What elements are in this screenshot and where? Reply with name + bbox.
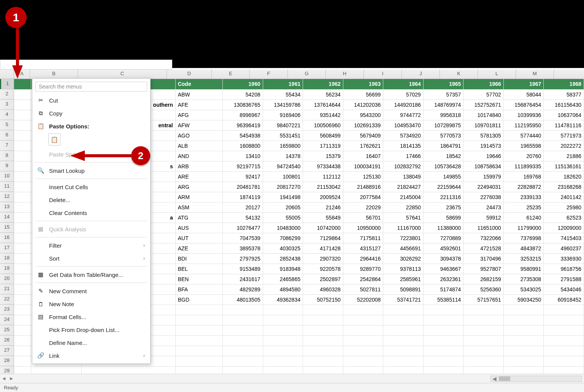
cell-value: 52202008 xyxy=(343,294,383,305)
cell-value: 144920186 xyxy=(383,100,424,110)
row-header[interactable]: 23 xyxy=(0,305,14,315)
row-header[interactable]: 12 xyxy=(0,192,14,202)
cell-value: 94724540 xyxy=(263,161,303,171)
menu-insert-cut-cells[interactable]: Insert Cut Cells xyxy=(32,180,150,193)
row-header[interactable]: 17 xyxy=(0,243,14,253)
menu-new-note[interactable]: 🗒 New Note xyxy=(32,297,150,310)
row-header[interactable]: 7 xyxy=(0,141,14,151)
quick-analysis-icon: ▦ xyxy=(37,226,44,232)
cell-code: AUT xyxy=(175,233,223,243)
row-header[interactable]: 24 xyxy=(0,315,14,325)
menu-link[interactable]: 🔗 Link › xyxy=(32,349,150,362)
cell-value: 9169406 xyxy=(263,110,303,120)
row-header[interactable]: 8 xyxy=(0,151,14,161)
row-header[interactable]: 6 xyxy=(0,130,14,141)
column-header-I[interactable]: I xyxy=(364,70,402,79)
column-header-L[interactable]: L xyxy=(478,70,516,79)
row-header[interactable]: 11 xyxy=(0,182,14,192)
row-header[interactable]: 28 xyxy=(0,356,14,366)
cell-value: 5771973 xyxy=(544,130,584,141)
column-header-B[interactable]: B xyxy=(30,70,78,79)
cell-value: 10399936 xyxy=(503,110,544,120)
menu-define-name[interactable]: Define Name... xyxy=(32,336,150,349)
row-header-1[interactable]: 1 xyxy=(0,79,14,89)
column-header-K[interactable]: K xyxy=(440,70,478,79)
menu-smart-lookup[interactable]: 🔍 Smart Lookup xyxy=(32,164,150,177)
cell-value: 112195950 xyxy=(503,120,544,130)
row-header[interactable]: 2 xyxy=(0,89,14,100)
row-header[interactable]: 14 xyxy=(0,212,14,223)
cell-value: 59912 xyxy=(463,212,504,223)
column-header-C[interactable]: C xyxy=(78,70,167,79)
row-header[interactable]: 9 xyxy=(0,161,14,171)
cell-value: 11651000 xyxy=(463,223,504,233)
row-header[interactable]: 15 xyxy=(0,223,14,233)
context-menu-search[interactable]: Search the menus xyxy=(35,82,147,92)
row-header[interactable]: 10 xyxy=(0,171,14,182)
cell-value: 14378 xyxy=(263,151,303,161)
cell-value: 2022272 xyxy=(544,141,584,151)
row-header[interactable]: 22 xyxy=(0,294,14,305)
cell-value: 22029 xyxy=(343,202,383,212)
cell-value: 10483000 xyxy=(263,223,303,233)
cell-value: 2339133 xyxy=(503,192,544,202)
cell-code: BEN xyxy=(175,274,223,284)
row-header[interactable]: 5 xyxy=(0,120,14,130)
menu-delete[interactable]: Delete... xyxy=(32,193,150,206)
cell-value: 59034250 xyxy=(503,294,544,305)
cell-value: 57157651 xyxy=(463,294,504,305)
menu-get-data-table-range[interactable]: ▦ Get Data from Table/Range... xyxy=(32,268,150,281)
svg-marker-1 xyxy=(12,65,23,79)
cell-value: 21886 xyxy=(544,151,584,161)
header-year: 1960 xyxy=(223,79,263,89)
cell-value: 22494031 xyxy=(463,182,504,192)
column-header-E[interactable]: E xyxy=(212,70,250,79)
row-header[interactable]: 25 xyxy=(0,325,14,335)
row-header[interactable]: 20 xyxy=(0,274,14,284)
cell-value: 48013505 xyxy=(223,294,263,305)
cell-value: 138049 xyxy=(383,171,424,182)
cell-value: 21824427 xyxy=(383,182,424,192)
cell-value: 3094378 xyxy=(423,253,463,264)
cell-value: 9527807 xyxy=(463,264,504,274)
menu-filter[interactable]: Filter › xyxy=(32,239,150,252)
cell-value: 9580991 xyxy=(503,264,544,274)
menu-copy[interactable]: ⧉ Copy xyxy=(32,107,150,120)
row-header[interactable]: 18 xyxy=(0,253,14,264)
cell-code: BFA xyxy=(175,284,223,294)
cell-value: 22159644 xyxy=(423,182,463,192)
horizontal-scrollbar[interactable]: ◀ xyxy=(490,376,582,382)
menu-new-comment[interactable]: ✎ New Comment xyxy=(32,285,150,297)
column-header-F[interactable]: F xyxy=(250,70,288,79)
row-header[interactable]: 16 xyxy=(0,233,14,243)
cell-value: 25980 xyxy=(544,202,584,212)
cell-value: 161156430 xyxy=(544,100,584,110)
column-header-G[interactable]: G xyxy=(288,70,326,79)
cell-value: 141202036 xyxy=(343,100,383,110)
cell-value: 2431617 xyxy=(223,274,263,284)
menu-pick-from-list[interactable]: Pick From Drop-down List... xyxy=(32,323,150,336)
column-header-M[interactable]: M xyxy=(516,70,554,79)
column-header-D[interactable]: D xyxy=(167,70,212,79)
row-header[interactable]: 19 xyxy=(0,264,14,274)
menu-clear-contents[interactable]: Clear Contents xyxy=(32,206,150,219)
menu-cut[interactable]: ✂ Cut xyxy=(32,94,150,107)
row-header[interactable]: 13 xyxy=(0,202,14,212)
cell-value: 1762621 xyxy=(343,141,383,151)
sheet-nav-next[interactable]: ▶ xyxy=(8,376,15,381)
paste-button[interactable]: 📋 xyxy=(48,133,60,145)
row-header[interactable]: 3 xyxy=(0,100,14,110)
cell-value: 4592601 xyxy=(423,243,463,253)
menu-sort[interactable]: Sort › xyxy=(32,252,150,265)
row-header[interactable]: 4 xyxy=(0,110,14,120)
scrollbar-thumb[interactable] xyxy=(499,376,510,381)
row-header[interactable]: 26 xyxy=(0,335,14,346)
row-header[interactable]: 21 xyxy=(0,284,14,294)
row-header[interactable]: 27 xyxy=(0,346,14,356)
column-header-J[interactable]: J xyxy=(402,70,440,79)
menu-format-cells[interactable]: ▤ Format Cells... xyxy=(32,310,150,323)
sheet-nav-prev[interactable]: ◀ xyxy=(0,376,8,381)
cell-value: 9618756 xyxy=(544,264,584,274)
column-header-H[interactable]: H xyxy=(326,70,364,79)
menu-paste-options-header: 📋 Paste Options: xyxy=(32,120,150,133)
